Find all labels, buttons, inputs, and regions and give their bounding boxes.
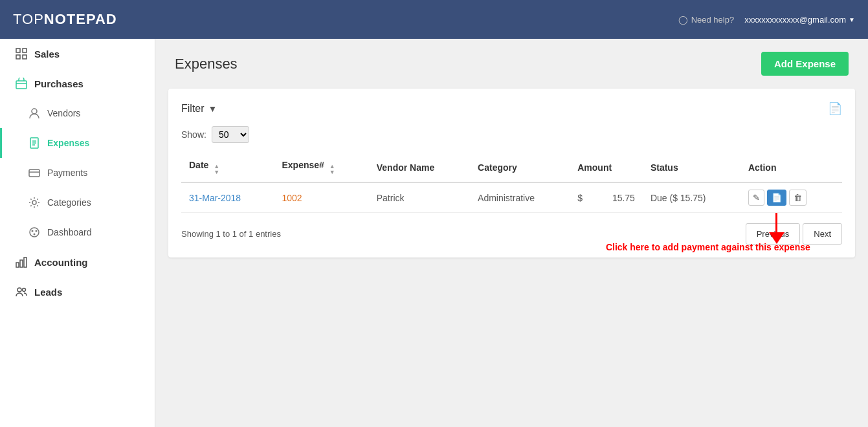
cell-category-0: Administrative [470,182,570,213]
user-icon [28,107,41,119]
sidebar-label-vendors: Vendors [47,108,80,118]
filter-row: Filter ▼ 📄 [181,102,842,116]
sidebar-label-payments: Payments [47,168,87,178]
show-row: Show: 50 10 25 100 [181,126,842,143]
svg-rect-1 [23,49,27,52]
cell-amount-0: $ 15.75 [570,182,643,213]
sidebar-item-dashboard[interactable]: Dashboard [0,217,155,247]
sidebar-label-categories: Categories [47,197,91,208]
header-right: ◯ Need help? xxxxxxxxxxxxx@gmail.com ▼ [678,15,855,25]
app-header: TopNotepad ◯ Need help? xxxxxxxxxxxxx@gm… [0,0,868,39]
svg-point-6 [32,109,37,114]
svg-rect-0 [16,49,20,52]
sidebar-item-vendors[interactable]: Vendors [0,98,155,128]
prev-button[interactable]: Previous [746,223,801,245]
gear-icon [28,197,41,208]
cell-vendor-0: Patrick [369,182,470,213]
svg-point-13 [32,201,36,204]
sidebar-item-payments[interactable]: Payments [0,158,155,188]
svg-point-21 [17,288,21,292]
sidebar-label-leads: Leads [34,287,62,298]
svg-point-15 [32,230,34,232]
user-menu[interactable]: xxxxxxxxxxxxx@gmail.com ▼ [744,15,855,25]
people-icon [15,286,28,298]
sidebar-label-sales: Sales [34,49,60,60]
show-select[interactable]: 50 10 25 100 [212,126,249,143]
show-label: Show: [181,129,206,140]
expense-sort-icons: ▲▼ [329,164,335,175]
purchases-submenu: Vendors Expenses Payments [0,98,155,247]
file-icon [28,137,41,149]
cell-status-0: Due ($ 15.75) [643,182,740,213]
svg-point-17 [34,234,36,235]
showing-text: Showing 1 to 1 of 1 entries [181,229,281,239]
col-status: Status [643,153,740,182]
col-expense-num: Expense# ▲▼ [274,153,368,182]
sidebar-label-expenses: Expenses [47,138,89,148]
help-link[interactable]: ◯ Need help? [678,15,735,25]
col-category: Category [470,153,570,182]
help-text: Need help? [691,15,735,25]
col-vendor-name: Vendor Name [369,153,470,182]
filter-text: Filter [181,103,205,115]
grid-icon [15,48,28,60]
svg-point-16 [36,230,38,232]
svg-rect-3 [23,55,27,59]
app-layout: Sales Purchases Vendors Expenses [0,39,868,427]
delete-button-0[interactable]: 🗑 [789,190,807,206]
svg-rect-20 [24,257,27,267]
sidebar-item-expenses[interactable]: Expenses [0,128,155,158]
sidebar-item-purchases[interactable]: Purchases [0,69,155,98]
sidebar: Sales Purchases Vendors Expenses [0,39,155,427]
table-header-row: Date ▲▼ Expense# ▲▼ Vendor Name Category… [181,153,842,182]
col-date: Date ▲▼ [181,153,274,182]
svg-point-14 [30,228,39,237]
col-action: Action [740,153,842,182]
add-expense-button[interactable]: Add Expense [761,52,849,76]
sidebar-item-categories[interactable]: Categories [0,188,155,217]
help-icon: ◯ [678,15,688,25]
cell-date-0[interactable]: 31-Mar-2018 [181,182,274,213]
page-title: Expenses [175,56,238,72]
svg-rect-11 [29,170,39,177]
box-icon [15,78,28,89]
svg-point-22 [23,289,26,292]
svg-rect-19 [20,260,23,267]
export-icon[interactable]: 📄 [828,102,842,116]
app-logo: TopNotepad [13,11,117,28]
chevron-down-icon: ▼ [849,16,855,23]
user-email: xxxxxxxxxxxxx@gmail.com [744,15,846,25]
pagination-row: Showing 1 to 1 of 1 entries Previous Nex… [181,223,842,245]
payment-btn-container-0: 📄 Click here to add payment against this… [767,190,786,206]
svg-rect-4 [16,81,27,89]
col-amount: Amount [570,153,643,182]
action-icons-0: ✎ 📄 Click here to add payment against th… [748,190,834,206]
filter-label: Filter ▼ [181,103,217,115]
amount-value-0: 15.75 [603,193,635,203]
expenses-card: Filter ▼ 📄 Show: 50 10 25 100 [168,89,855,257]
card-icon [28,167,41,179]
sidebar-label-dashboard: Dashboard [47,227,92,237]
main-content: Expenses Add Expense Filter ▼ 📄 Show: 50… [155,39,868,427]
sidebar-item-sales[interactable]: Sales [0,39,155,69]
cell-action-0: ✎ 📄 Click here to add payment against th… [740,182,842,213]
page-header: Expenses Add Expense [155,39,868,89]
svg-rect-2 [16,55,20,59]
bar-icon [15,256,28,268]
next-button[interactable]: Next [803,223,842,245]
pagination-buttons: Previous Next [746,223,842,245]
payment-button-0[interactable]: 📄 [767,190,786,206]
cell-expense-0: 1002 [274,182,368,213]
palette-icon [28,226,41,238]
svg-rect-18 [16,263,19,267]
sidebar-item-leads[interactable]: Leads [0,277,155,307]
expenses-table: Date ▲▼ Expense# ▲▼ Vendor Name Category… [181,153,842,213]
sidebar-label-purchases: Purchases [34,78,83,89]
edit-button-0[interactable]: ✎ [748,190,764,206]
filter-icon: ▼ [208,104,217,114]
sidebar-item-accounting[interactable]: Accounting [0,247,155,277]
date-sort-icons: ▲▼ [214,164,219,175]
table-row: 31-Mar-2018 1002 Patrick Administrative … [181,182,842,213]
amount-symbol-0: $ [577,193,583,203]
sidebar-label-accounting: Accounting [34,257,88,268]
